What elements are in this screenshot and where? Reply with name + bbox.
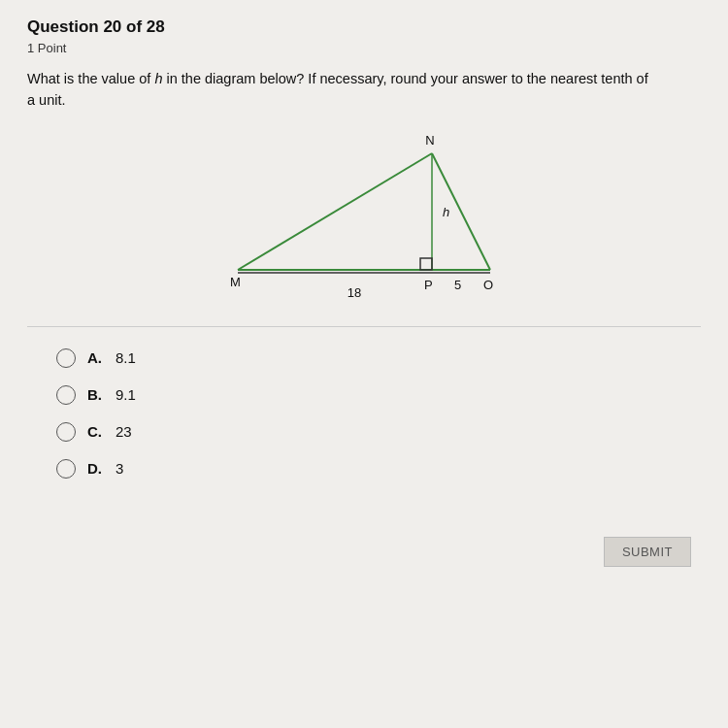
question-text: What is the value of h in the diagram be… — [27, 69, 648, 112]
option-C-value: 23 — [116, 423, 132, 440]
option-B-value: 9.1 — [116, 386, 136, 403]
option-A[interactable]: A. 8.1 — [56, 348, 701, 368]
svg-rect-5 — [420, 258, 432, 270]
label-h: h — [443, 205, 449, 219]
divider — [27, 326, 701, 327]
option-C[interactable]: C. 23 — [56, 422, 701, 442]
label-18: 18 — [347, 285, 361, 300]
option-A-label: A. — [87, 349, 102, 366]
question-header: Question 20 of 28 — [27, 17, 701, 37]
radio-A[interactable] — [56, 348, 76, 368]
svg-line-2 — [432, 153, 490, 270]
option-D-value: 3 — [116, 460, 123, 477]
svg-line-1 — [238, 153, 432, 270]
submit-area: SUBMIT — [27, 537, 701, 567]
option-B-label: B. — [87, 386, 102, 403]
label-5: 5 — [454, 278, 461, 292]
label-O: O — [483, 278, 493, 292]
option-D[interactable]: D. 3 — [56, 459, 701, 479]
option-A-value: 8.1 — [116, 349, 136, 366]
label-P: P — [424, 278, 433, 292]
option-B[interactable]: B. 9.1 — [56, 385, 701, 405]
diagram-area: N h M P 5 O 18 — [27, 129, 701, 309]
label-N: N — [425, 133, 434, 148]
points-label: 1 Point — [27, 41, 701, 55]
radio-D[interactable] — [56, 459, 76, 479]
option-D-label: D. — [87, 460, 102, 477]
radio-C[interactable] — [56, 422, 76, 442]
submit-button[interactable]: SUBMIT — [604, 537, 691, 567]
radio-B[interactable] — [56, 385, 76, 405]
geometry-diagram: N h M P 5 O 18 — [209, 129, 519, 309]
label-M: M — [230, 275, 241, 289]
options-list: A. 8.1 B. 9.1 C. 23 D. 3 — [27, 348, 701, 479]
option-C-label: C. — [87, 423, 102, 440]
